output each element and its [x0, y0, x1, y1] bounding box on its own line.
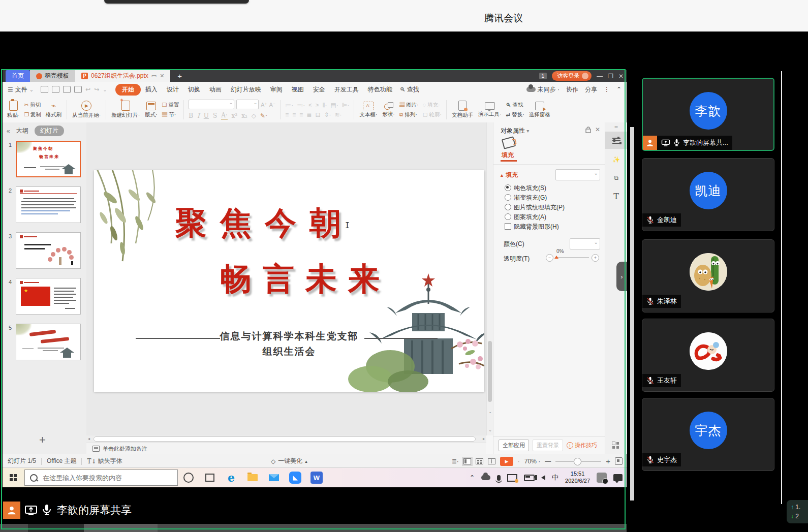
- collapse-panel-icon[interactable]: «: [7, 128, 10, 135]
- menu-design[interactable]: 设计: [162, 84, 183, 95]
- grow-font-icon[interactable]: A⁺: [261, 102, 267, 108]
- zoom-slider-knob[interactable]: [574, 458, 581, 465]
- save-icon[interactable]: [41, 86, 48, 93]
- fill-style-select[interactable]: [555, 169, 600, 180]
- shrink-font-icon[interactable]: A⁻: [269, 102, 276, 108]
- participant-tile-shiyujie[interactable]: 宇杰 史宇杰: [642, 398, 774, 471]
- slide-sorter-button[interactable]: [476, 458, 483, 464]
- clear-format-icon[interactable]: ◇: [252, 112, 256, 119]
- menu-security[interactable]: 安全: [308, 84, 330, 95]
- switch-strip-button[interactable]: ⧉: [605, 169, 627, 186]
- normal-view-button[interactable]: [463, 458, 471, 464]
- new-slide-button[interactable]: 新建幻灯片·: [109, 101, 142, 119]
- numbering-icon[interactable]: ≕·: [297, 102, 305, 109]
- zoom-out-icon[interactable]: —: [545, 458, 551, 465]
- menu-find[interactable]: 🔍︎查找: [400, 85, 419, 94]
- menu-special[interactable]: 特色功能: [363, 84, 397, 95]
- tencent-meeting-button[interactable]: ◣: [285, 468, 306, 487]
- grid-view-icon[interactable]: [612, 442, 619, 449]
- play-from-current-button[interactable]: ▶从当前开始·: [70, 101, 103, 119]
- slide-3-thumbnail[interactable]: [16, 232, 81, 269]
- copy-button[interactable]: ❐ 复制: [24, 111, 41, 118]
- line-spacing-icon[interactable]: ⇕·: [324, 111, 331, 118]
- text-strip-button[interactable]: T: [605, 187, 627, 205]
- tab-home[interactable]: 首页: [6, 70, 30, 82]
- slideshow-play-button[interactable]: ▶: [500, 457, 513, 466]
- fit-screen-icon[interactable]: [615, 457, 623, 465]
- underline-icon[interactable]: U: [204, 112, 209, 119]
- meeting-controls-collapsed[interactable]: [104, 0, 249, 4]
- columns-icon[interactable]: ⫴·: [322, 102, 327, 109]
- selection-pane-button[interactable]: 选择窗格: [526, 102, 553, 118]
- zoom-level[interactable]: 70% ·: [524, 458, 540, 465]
- align-box-icon[interactable]: ⊫·: [342, 102, 349, 109]
- undo-icon[interactable]: ↩: [85, 86, 90, 93]
- scroll-left-arrow[interactable]: ◂: [88, 436, 90, 442]
- gradient-fill-radio[interactable]: [505, 194, 511, 201]
- apply-all-button[interactable]: 全部应用: [499, 440, 529, 451]
- tray-screenshare-icon[interactable]: [507, 474, 517, 482]
- distribute-icon[interactable]: ⊟: [315, 111, 320, 118]
- minimize-icon[interactable]: —: [597, 73, 603, 80]
- next-slide-button[interactable]: ⌄: [487, 427, 493, 433]
- transparency-slider[interactable]: [555, 257, 589, 258]
- slide-1-thumbnail[interactable]: 聚焦今朝 畅言未来: [16, 141, 81, 177]
- redo-icon[interactable]: ↪: [94, 86, 99, 93]
- cortana-button[interactable]: [178, 468, 199, 487]
- scrollbar-thumb[interactable]: [488, 341, 492, 402]
- font-name-select[interactable]: [189, 100, 234, 109]
- file-menu[interactable]: ☰文件⌄: [8, 85, 34, 94]
- layout-button[interactable]: 版式·: [142, 102, 160, 118]
- vertical-scrollbar[interactable]: ⌃ ⌄: [486, 122, 493, 435]
- slide-2-thumbnail[interactable]: [16, 186, 81, 223]
- zoom-slider[interactable]: [555, 461, 601, 462]
- pattern-fill-radio[interactable]: [505, 213, 511, 220]
- chevron-down-icon[interactable]: ⌄: [103, 87, 107, 92]
- play-options-caret[interactable]: ·: [518, 458, 520, 465]
- find-button[interactable]: 🔍︎ 查找: [506, 102, 524, 109]
- align-center-icon[interactable]: ≡: [292, 111, 296, 118]
- prev-slide-button[interactable]: ⌃: [487, 411, 493, 417]
- strikethrough-icon[interactable]: S: [213, 112, 217, 119]
- transparency-minus-button[interactable]: −: [546, 254, 553, 262]
- picture-button[interactable]: ▦ 图片·: [399, 102, 419, 109]
- battery-icon[interactable]: [524, 475, 535, 481]
- font-color-icon[interactable]: A·: [221, 112, 227, 120]
- hide-bg-checkbox[interactable]: [505, 223, 511, 230]
- speaker-icon[interactable]: [541, 475, 545, 480]
- doc-assistant-button[interactable]: 文档助手: [449, 101, 476, 119]
- notes-bar[interactable]: 单击此处添加备注: [86, 443, 486, 454]
- lock-icon[interactable]: [585, 127, 591, 133]
- scroll-right-arrow[interactable]: ▸: [483, 436, 485, 442]
- close-panel-icon[interactable]: ✕: [595, 126, 600, 133]
- transparency-plus-button[interactable]: +: [592, 254, 599, 262]
- zoom-in-icon[interactable]: +: [606, 457, 610, 465]
- subscript-icon[interactable]: x₂: [241, 112, 247, 119]
- share-button[interactable]: 分享: [585, 85, 597, 94]
- section-button[interactable]: ▤ 节·: [162, 111, 179, 118]
- tray-expand-icon[interactable]: ⌃: [470, 474, 475, 481]
- properties-strip-button[interactable]: [605, 132, 627, 149]
- beautify-button[interactable]: ◇ 一键美化 ▴: [271, 454, 307, 468]
- tab-document[interactable]: P 0627组织生活会.pptx ▭ ✕: [75, 70, 170, 82]
- indent-left-icon[interactable]: ≤: [308, 102, 312, 109]
- solid-fill-radio[interactable]: [505, 184, 511, 191]
- tips-link[interactable]: i操作技巧: [567, 442, 597, 449]
- participant-tile-zhuzelin[interactable]: 朱泽林: [642, 239, 774, 312]
- paste-button[interactable]: 粘贴·: [5, 101, 22, 119]
- bullets-icon[interactable]: ≔·: [285, 102, 293, 109]
- textbox-button[interactable]: A:文本框·: [357, 102, 380, 118]
- slides-tab[interactable]: 幻灯片: [35, 126, 64, 136]
- para-spacing-icon[interactable]: ≋·: [335, 111, 342, 118]
- menu-insert[interactable]: 插入: [141, 84, 162, 95]
- participant-tile-jinkaidi[interactable]: 凯迪 金凯迪: [642, 158, 774, 231]
- text-dir-icon[interactable]: ▤·: [331, 102, 338, 109]
- slide-4-thumbnail[interactable]: ★: [16, 278, 81, 315]
- menu-transition[interactable]: 切换: [183, 84, 205, 95]
- wps-button[interactable]: W: [306, 468, 327, 487]
- hscroll-thumb[interactable]: [94, 436, 476, 442]
- collab-button[interactable]: 协作: [566, 85, 578, 94]
- menu-animation[interactable]: 动画: [205, 84, 226, 95]
- close-icon[interactable]: ✕: [618, 73, 624, 80]
- chevron-down-icon[interactable]: ▾: [526, 128, 529, 134]
